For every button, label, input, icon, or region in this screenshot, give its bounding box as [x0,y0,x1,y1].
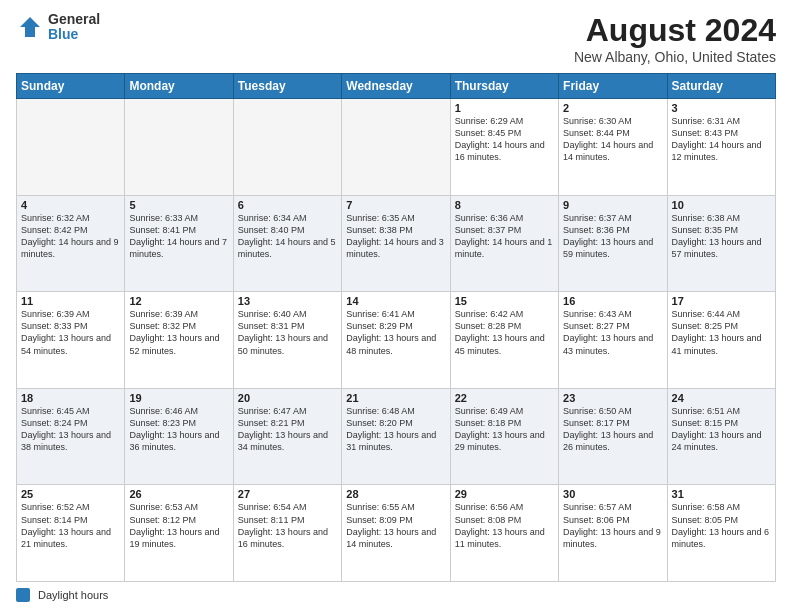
day-number: 25 [21,488,120,500]
day-info: Sunrise: 6:51 AM Sunset: 8:15 PM Dayligh… [672,405,771,454]
day-info: Sunrise: 6:45 AM Sunset: 8:24 PM Dayligh… [21,405,120,454]
title-block: August 2024 New Albany, Ohio, United Sta… [574,12,776,65]
day-info: Sunrise: 6:56 AM Sunset: 8:08 PM Dayligh… [455,501,554,550]
day-number: 20 [238,392,337,404]
day-number: 8 [455,199,554,211]
day-number: 31 [672,488,771,500]
calendar-week-row: 4Sunrise: 6:32 AM Sunset: 8:42 PM Daylig… [17,195,776,292]
table-row: 5Sunrise: 6:33 AM Sunset: 8:41 PM Daylig… [125,195,233,292]
day-number: 15 [455,295,554,307]
day-info: Sunrise: 6:32 AM Sunset: 8:42 PM Dayligh… [21,212,120,261]
day-info: Sunrise: 6:52 AM Sunset: 8:14 PM Dayligh… [21,501,120,550]
table-row: 24Sunrise: 6:51 AM Sunset: 8:15 PM Dayli… [667,388,775,485]
table-row: 23Sunrise: 6:50 AM Sunset: 8:17 PM Dayli… [559,388,667,485]
day-number: 3 [672,102,771,114]
table-row: 21Sunrise: 6:48 AM Sunset: 8:20 PM Dayli… [342,388,450,485]
day-info: Sunrise: 6:58 AM Sunset: 8:05 PM Dayligh… [672,501,771,550]
col-wednesday: Wednesday [342,74,450,99]
day-number: 7 [346,199,445,211]
table-row: 29Sunrise: 6:56 AM Sunset: 8:08 PM Dayli… [450,485,558,582]
day-info: Sunrise: 6:39 AM Sunset: 8:32 PM Dayligh… [129,308,228,357]
day-number: 18 [21,392,120,404]
day-number: 12 [129,295,228,307]
day-info: Sunrise: 6:36 AM Sunset: 8:37 PM Dayligh… [455,212,554,261]
day-info: Sunrise: 6:46 AM Sunset: 8:23 PM Dayligh… [129,405,228,454]
table-row: 28Sunrise: 6:55 AM Sunset: 8:09 PM Dayli… [342,485,450,582]
day-info: Sunrise: 6:54 AM Sunset: 8:11 PM Dayligh… [238,501,337,550]
day-info: Sunrise: 6:49 AM Sunset: 8:18 PM Dayligh… [455,405,554,454]
logo: General Blue [16,12,100,43]
day-number: 9 [563,199,662,211]
day-number: 11 [21,295,120,307]
col-monday: Monday [125,74,233,99]
day-info: Sunrise: 6:40 AM Sunset: 8:31 PM Dayligh… [238,308,337,357]
table-row: 6Sunrise: 6:34 AM Sunset: 8:40 PM Daylig… [233,195,341,292]
day-info: Sunrise: 6:29 AM Sunset: 8:45 PM Dayligh… [455,115,554,164]
legend-label: Daylight hours [38,589,108,601]
main-title: August 2024 [574,12,776,49]
day-number: 26 [129,488,228,500]
day-number: 2 [563,102,662,114]
day-number: 22 [455,392,554,404]
table-row: 16Sunrise: 6:43 AM Sunset: 8:27 PM Dayli… [559,292,667,389]
day-info: Sunrise: 6:34 AM Sunset: 8:40 PM Dayligh… [238,212,337,261]
table-row: 12Sunrise: 6:39 AM Sunset: 8:32 PM Dayli… [125,292,233,389]
table-row: 19Sunrise: 6:46 AM Sunset: 8:23 PM Dayli… [125,388,233,485]
table-row: 7Sunrise: 6:35 AM Sunset: 8:38 PM Daylig… [342,195,450,292]
day-number: 24 [672,392,771,404]
day-number: 19 [129,392,228,404]
logo-icon [16,13,44,41]
table-row: 3Sunrise: 6:31 AM Sunset: 8:43 PM Daylig… [667,99,775,196]
col-friday: Friday [559,74,667,99]
day-info: Sunrise: 6:38 AM Sunset: 8:35 PM Dayligh… [672,212,771,261]
subtitle: New Albany, Ohio, United States [574,49,776,65]
day-number: 5 [129,199,228,211]
day-info: Sunrise: 6:42 AM Sunset: 8:28 PM Dayligh… [455,308,554,357]
table-row: 10Sunrise: 6:38 AM Sunset: 8:35 PM Dayli… [667,195,775,292]
table-row: 11Sunrise: 6:39 AM Sunset: 8:33 PM Dayli… [17,292,125,389]
logo-blue: Blue [48,27,100,42]
day-info: Sunrise: 6:35 AM Sunset: 8:38 PM Dayligh… [346,212,445,261]
table-row: 1Sunrise: 6:29 AM Sunset: 8:45 PM Daylig… [450,99,558,196]
day-info: Sunrise: 6:37 AM Sunset: 8:36 PM Dayligh… [563,212,662,261]
day-info: Sunrise: 6:44 AM Sunset: 8:25 PM Dayligh… [672,308,771,357]
day-info: Sunrise: 6:43 AM Sunset: 8:27 PM Dayligh… [563,308,662,357]
table-row: 15Sunrise: 6:42 AM Sunset: 8:28 PM Dayli… [450,292,558,389]
col-tuesday: Tuesday [233,74,341,99]
day-number: 30 [563,488,662,500]
table-row: 22Sunrise: 6:49 AM Sunset: 8:18 PM Dayli… [450,388,558,485]
day-info: Sunrise: 6:53 AM Sunset: 8:12 PM Dayligh… [129,501,228,550]
calendar-week-row: 25Sunrise: 6:52 AM Sunset: 8:14 PM Dayli… [17,485,776,582]
day-info: Sunrise: 6:55 AM Sunset: 8:09 PM Dayligh… [346,501,445,550]
table-row: 4Sunrise: 6:32 AM Sunset: 8:42 PM Daylig… [17,195,125,292]
table-row: 20Sunrise: 6:47 AM Sunset: 8:21 PM Dayli… [233,388,341,485]
col-saturday: Saturday [667,74,775,99]
table-row: 26Sunrise: 6:53 AM Sunset: 8:12 PM Dayli… [125,485,233,582]
day-info: Sunrise: 6:57 AM Sunset: 8:06 PM Dayligh… [563,501,662,550]
day-info: Sunrise: 6:39 AM Sunset: 8:33 PM Dayligh… [21,308,120,357]
day-number: 16 [563,295,662,307]
calendar-week-row: 1Sunrise: 6:29 AM Sunset: 8:45 PM Daylig… [17,99,776,196]
day-number: 1 [455,102,554,114]
table-row: 30Sunrise: 6:57 AM Sunset: 8:06 PM Dayli… [559,485,667,582]
calendar-header-row: Sunday Monday Tuesday Wednesday Thursday… [17,74,776,99]
table-row: 25Sunrise: 6:52 AM Sunset: 8:14 PM Dayli… [17,485,125,582]
day-number: 14 [346,295,445,307]
table-row [342,99,450,196]
day-info: Sunrise: 6:48 AM Sunset: 8:20 PM Dayligh… [346,405,445,454]
table-row: 27Sunrise: 6:54 AM Sunset: 8:11 PM Dayli… [233,485,341,582]
table-row [233,99,341,196]
day-info: Sunrise: 6:47 AM Sunset: 8:21 PM Dayligh… [238,405,337,454]
logo-text: General Blue [48,12,100,43]
day-number: 6 [238,199,337,211]
day-number: 23 [563,392,662,404]
table-row: 2Sunrise: 6:30 AM Sunset: 8:44 PM Daylig… [559,99,667,196]
footer: Daylight hours [16,588,776,602]
day-number: 27 [238,488,337,500]
day-number: 10 [672,199,771,211]
day-number: 29 [455,488,554,500]
col-sunday: Sunday [17,74,125,99]
day-number: 4 [21,199,120,211]
logo-general: General [48,12,100,27]
table-row: 17Sunrise: 6:44 AM Sunset: 8:25 PM Dayli… [667,292,775,389]
